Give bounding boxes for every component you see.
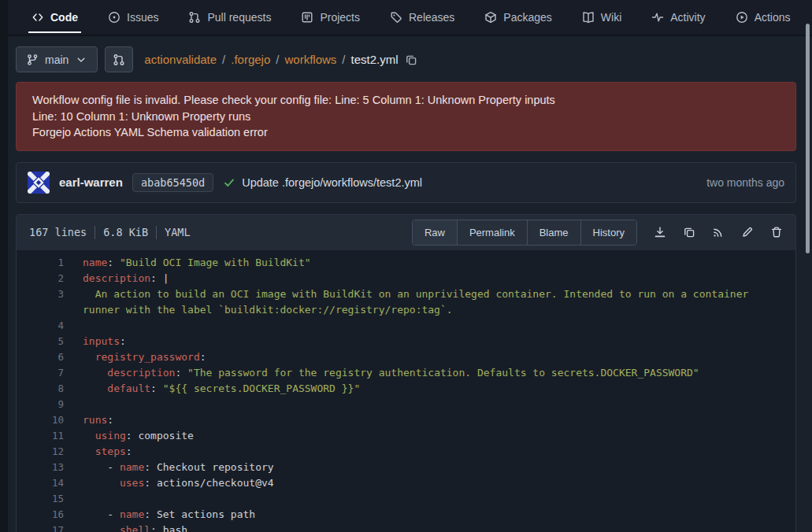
line-number[interactable]: 17 (17, 523, 64, 532)
line-content: description: "The password for the regis… (64, 365, 795, 381)
code-line: 1name: "Build OCI Image with BuildKit" (17, 255, 795, 271)
line-content: using: composite (64, 428, 795, 444)
line-number[interactable]: 16 (17, 507, 64, 523)
line-number[interactable]: 1 (17, 255, 64, 271)
line-content: An action to build an OCI image with Bui… (64, 286, 795, 318)
breadcrumb-separator: / (222, 53, 225, 66)
package-icon (484, 11, 497, 24)
tab-activity[interactable]: Activity (648, 0, 708, 35)
breadcrumb-separator: / (342, 53, 345, 66)
line-content: runs: (64, 412, 795, 428)
tab-code[interactable]: Code (28, 0, 81, 35)
line-content: name: "Build OCI Image with BuildKit" (64, 255, 795, 271)
code-line: 11 using: composite (17, 428, 795, 444)
commit-author[interactable]: earl-warren (59, 175, 123, 189)
code-line: 9 (17, 397, 795, 412)
blame-button[interactable]: Blame (527, 220, 580, 245)
code-line: 14 uses: actions/checkout@v4 (17, 475, 795, 491)
line-number[interactable]: 13 (17, 460, 64, 475)
copy-icon[interactable] (683, 226, 695, 238)
line-number[interactable]: 15 (17, 491, 64, 507)
commit-message[interactable]: Update .forgejo/workflows/test2.yml (242, 176, 422, 189)
file-toolbar: main actionvalidate/.forgejo/workflows/t… (16, 46, 796, 72)
breadcrumb-segment: test2.yml (351, 53, 399, 66)
tab-projects[interactable]: Projects (298, 0, 363, 35)
commit-sha[interactable]: abab65450d (132, 173, 213, 192)
breadcrumb-separator: / (276, 53, 279, 66)
commit-time: two months ago (706, 176, 784, 189)
line-number[interactable]: 12 (17, 444, 64, 460)
code-line: 7 description: "The password for the reg… (17, 365, 795, 381)
line-number[interactable]: 14 (17, 475, 64, 491)
latest-commit-bar: earl-warren abab65450d Update .forgejo/w… (16, 162, 796, 203)
tab-label: Pull requests (207, 11, 271, 24)
code-line: 5inputs: (17, 334, 795, 349)
line-number[interactable]: 9 (17, 397, 64, 412)
download-icon[interactable] (654, 226, 666, 238)
line-number[interactable]: 7 (17, 365, 64, 381)
page-scrollbar[interactable] (806, 24, 810, 253)
line-content: uses: actions/checkout@v4 (64, 475, 795, 491)
line-number[interactable]: 4 (17, 318, 64, 334)
permalink-button[interactable]: Permalink (457, 220, 527, 245)
file-icon-buttons (654, 226, 783, 238)
project-icon (301, 11, 313, 24)
repo-tab-bar: CodeIssuesPull requestsProjectsReleasesP… (0, 0, 812, 36)
code-line: 16 - name: Set actions path (17, 507, 795, 523)
tab-packages[interactable]: Packages (481, 0, 554, 35)
line-number[interactable]: 11 (17, 428, 64, 444)
file-language: YAML (165, 226, 191, 238)
delete-icon[interactable] (770, 226, 783, 238)
branch-selector[interactable]: main (16, 46, 98, 72)
line-content: - name: Set actions path (64, 507, 795, 523)
line-number[interactable]: 3 (17, 286, 64, 318)
breadcrumb-segment[interactable]: workflows (284, 53, 336, 66)
code-line: 3 An action to build an OCI image with B… (17, 286, 795, 318)
breadcrumb-segment[interactable]: .forgejo (231, 53, 270, 66)
error-line: Workflow config file is invalid. Please … (32, 92, 780, 109)
avatar[interactable] (28, 172, 50, 194)
tab-actions[interactable]: Actions (732, 0, 794, 35)
line-number[interactable]: 8 (17, 381, 64, 397)
breadcrumb-segment[interactable]: actionvalidate (144, 53, 217, 66)
file-size: 6.8 KiB (103, 226, 148, 238)
tab-issues[interactable]: Issues (105, 0, 161, 35)
file-meta: 167 lines 6.8 KiB YAML (29, 226, 191, 239)
code-line: 4 (17, 318, 795, 334)
line-number[interactable]: 10 (17, 412, 64, 428)
file-actions: RawPermalinkBlameHistory (412, 220, 786, 246)
tab-label: Issues (127, 11, 158, 24)
pulse-icon (651, 11, 664, 24)
file-header: 167 lines 6.8 KiB YAML RawPermalinkBlame… (17, 215, 795, 250)
divider (156, 226, 157, 239)
tag-icon (390, 11, 402, 24)
file-view: 167 lines 6.8 KiB YAML RawPermalinkBlame… (16, 214, 796, 532)
edit-icon[interactable] (741, 226, 754, 238)
tab-pull-requests[interactable]: Pull requests (185, 0, 274, 35)
tab-label: Activity (670, 11, 705, 24)
line-content: description: | (64, 271, 795, 286)
line-content: - name: Checkout repository (64, 460, 795, 475)
line-content: steps: (64, 444, 795, 460)
copy-path-icon[interactable] (405, 54, 417, 66)
line-content: default: "${{ secrets.DOCKER_PASSWORD }}… (64, 381, 795, 397)
tab-label: Actions (755, 11, 791, 24)
history-button[interactable]: History (580, 220, 636, 245)
rss-icon[interactable] (712, 226, 725, 238)
tab-releases[interactable]: Releases (387, 0, 458, 35)
line-number[interactable]: 2 (17, 271, 64, 286)
line-number[interactable]: 6 (17, 349, 64, 365)
tab-wiki[interactable]: Wiki (579, 0, 625, 35)
code-line: 17 shell: bash (17, 523, 795, 532)
raw-button[interactable]: Raw (413, 220, 457, 245)
line-content: shell: bash (64, 523, 795, 532)
issue-icon (108, 11, 121, 24)
compare-icon (113, 54, 125, 66)
line-number[interactable]: 5 (17, 334, 64, 349)
error-line: Forgejo Actions YAML Schema validation e… (32, 124, 780, 141)
tab-label: Code (50, 11, 78, 24)
code-line: 6 registry_password: (17, 349, 795, 365)
tab-label: Releases (409, 11, 454, 24)
compare-button[interactable] (105, 46, 133, 72)
commit-status-check-icon[interactable] (223, 176, 235, 189)
